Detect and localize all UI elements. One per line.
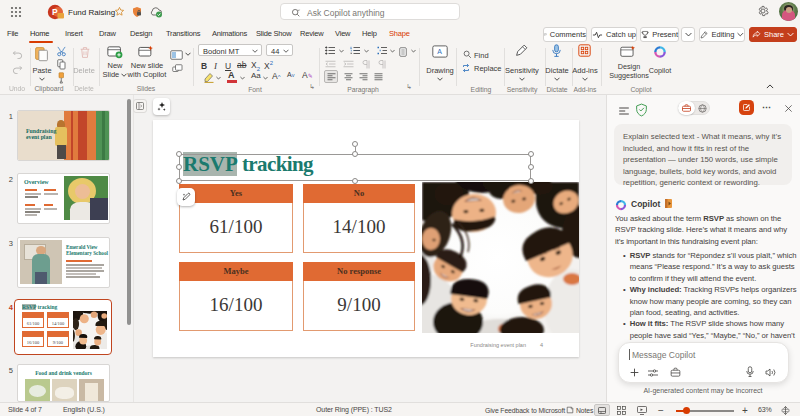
svg-text:A: A <box>437 48 442 55</box>
